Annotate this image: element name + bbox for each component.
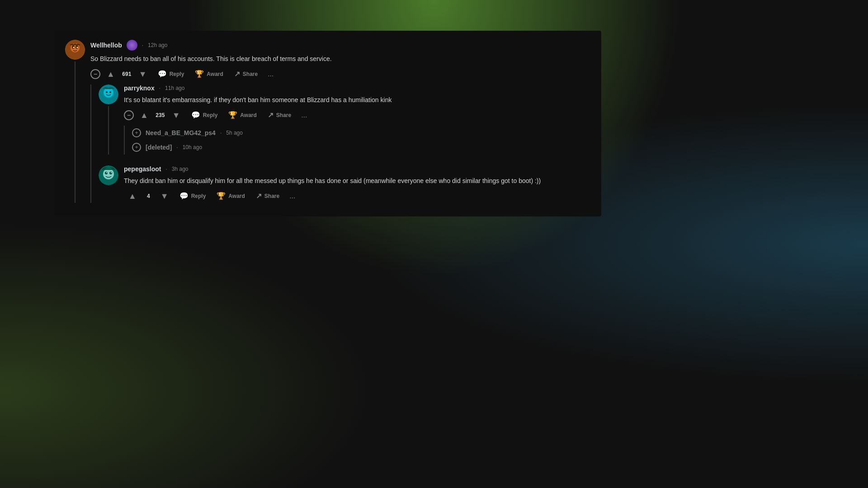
more-btn-pepegasloot[interactable]: ... [286, 189, 299, 203]
share-icon-pepegasloot: ↗ [256, 192, 262, 200]
reply-icon-wellhellob: 💬 [158, 70, 167, 78]
award-label-pepegasloot: Award [228, 193, 245, 199]
share-btn-pepegasloot[interactable]: ↗ Share [251, 190, 284, 202]
share-icon-parryknox: ↗ [268, 112, 274, 119]
reply-btn-wellhellob[interactable]: 💬 Reply [153, 68, 189, 80]
more-btn-parryknox[interactable]: ... [297, 108, 311, 122]
sub-left-pepegasloot [99, 165, 118, 203]
comment-section: Wellhellob · 12h ago So Blizzard needs t… [54, 31, 601, 216]
left-col-wellhellob [65, 40, 85, 203]
downvote-pepegasloot[interactable]: ▼ [156, 189, 173, 203]
svg-point-8 [104, 88, 113, 98]
svg-point-16 [111, 172, 112, 173]
collapse-btn-parryknox[interactable]: − [124, 110, 134, 120]
upvote-pepegasloot[interactable]: ▲ [124, 189, 141, 203]
content-wellhellob: Wellhellob · 12h ago So Blizzard needs t… [90, 40, 590, 203]
share-icon-wellhellob: ↗ [234, 70, 240, 78]
award-btn-wellhellob[interactable]: 🏆 Award [190, 68, 227, 80]
share-label-pepegasloot: Share [264, 193, 279, 199]
vote-count-parryknox: 235 [155, 112, 166, 118]
avatar-pepegasloot [99, 165, 118, 185]
actions-wellhellob: − ▲ 691 ▼ 💬 Reply [90, 67, 590, 81]
expand-btn-need[interactable]: + [132, 128, 141, 137]
username-need: Need_a_BE_MG42_ps4 [146, 129, 216, 136]
svg-point-5 [73, 47, 75, 48]
comment-header-wellhellob: Wellhellob · 12h ago [90, 40, 590, 51]
reply-label-wellhellob: Reply [170, 71, 184, 77]
thread-line-wellhellob [75, 61, 75, 203]
more-label-wellhellob: ... [268, 70, 274, 78]
share-btn-wellhellob[interactable]: ↗ Share [230, 68, 262, 80]
collapse-btn-wellhellob[interactable]: − [90, 69, 100, 79]
upvote-parryknox[interactable]: ▲ [136, 108, 153, 122]
actions-parryknox: − ▲ 235 ▼ 💬 Reply [124, 108, 590, 122]
time-need: 5h ago [226, 130, 243, 136]
username-parryknox: parryknox [124, 84, 155, 92]
downvote-arrow-wellhellob: ▼ [139, 70, 147, 78]
expand-btn-deleted[interactable]: + [132, 143, 141, 152]
sub-line-parryknox [108, 106, 109, 155]
collapsed-replies: + Need_a_BE_MG42_ps4 · 5h ago + [deleted… [124, 126, 590, 155]
time-pepegasloot: 3h ago [172, 166, 189, 172]
share-btn-parryknox[interactable]: ↗ Share [263, 109, 296, 122]
flair-badge-wellhellob [127, 40, 137, 51]
time-deleted: 10h ago [183, 144, 202, 150]
downvote-parryknox[interactable]: ▼ [168, 108, 185, 122]
svg-point-12 [103, 169, 114, 179]
share-label-wellhellob: Share [243, 71, 258, 77]
avatar-wellhellob [65, 40, 85, 60]
svg-point-13 [105, 172, 108, 174]
time-parryknox: 11h ago [165, 85, 184, 91]
vote-count-pepegasloot: 4 [143, 193, 154, 199]
reply-icon-parryknox: 💬 [191, 112, 200, 119]
award-label-wellhellob: Award [207, 71, 223, 77]
vote-count-wellhellob: 691 [121, 71, 132, 77]
collapsed-need: + Need_a_BE_MG42_ps4 · 5h ago [132, 126, 590, 140]
reply-label-parryknox: Reply [203, 112, 218, 118]
share-label-parryknox: Share [276, 112, 291, 118]
body-pepegasloot: They didnt ban him or disqualify him for… [124, 176, 590, 186]
upvote-arrow-wellhellob: ▲ [107, 70, 115, 78]
award-btn-pepegasloot[interactable]: 🏆 Award [212, 190, 249, 202]
svg-point-6 [77, 47, 78, 48]
header-pepegasloot: pepegasloot · 3h ago [124, 165, 590, 173]
award-btn-parryknox[interactable]: 🏆 Award [224, 109, 261, 122]
more-label-pepegasloot: ... [289, 192, 295, 200]
top-comment-wellhellob: Wellhellob · 12h ago So Blizzard needs t… [65, 40, 590, 203]
svg-point-15 [106, 172, 107, 173]
upvote-arrow-pepegasloot: ▲ [128, 192, 137, 200]
reply-btn-pepegasloot[interactable]: 💬 Reply [175, 190, 211, 202]
collapsed-deleted: + [deleted] · 10h ago [132, 140, 590, 155]
reply-btn-parryknox[interactable]: 💬 Reply [187, 109, 222, 122]
avatar-parryknox [99, 84, 118, 104]
header-parryknox: parryknox · 11h ago [124, 84, 590, 92]
actions-pepegasloot: ▲ 4 ▼ 💬 Reply [124, 189, 590, 203]
spacer-1 [99, 155, 590, 162]
downvote-wellhellob[interactable]: ▼ [134, 67, 151, 81]
body-wellhellob: So Blizzard needs to ban all of his acco… [90, 54, 590, 64]
username-pepegasloot: pepegasloot [124, 165, 161, 173]
downvote-arrow-parryknox: ▼ [172, 111, 180, 119]
username-wellhellob: Wellhellob [90, 42, 122, 49]
thread: Wellhellob · 12h ago So Blizzard needs t… [65, 40, 590, 203]
more-btn-wellhellob[interactable]: ... [264, 67, 277, 81]
content-parryknox: parryknox · 11h ago It's so blatant it's… [124, 84, 590, 155]
comment-pepegasloot: pepegasloot · 3h ago They didnt ban him … [99, 165, 590, 203]
time-wellhellob: 12h ago [148, 42, 167, 48]
svg-point-14 [109, 172, 112, 174]
downvote-arrow-pepegasloot: ▼ [160, 192, 169, 200]
sub-left-parryknox [99, 84, 118, 155]
upvote-wellhellob[interactable]: ▲ [102, 67, 119, 81]
content-pepegasloot: pepegasloot · 3h ago They didnt ban him … [124, 165, 590, 203]
more-label-parryknox: ... [301, 111, 307, 119]
upvote-arrow-parryknox: ▲ [140, 111, 148, 119]
svg-point-9 [106, 91, 108, 93]
body-parryknox: It's so blatant it's embarrassing. if th… [124, 95, 590, 105]
award-label-parryknox: Award [240, 112, 256, 118]
dot-sep-1: · [142, 42, 143, 48]
username-deleted: [deleted] [146, 144, 172, 151]
reply-label-pepegasloot: Reply [191, 193, 206, 199]
comment-parryknox: parryknox · 11h ago It's so blatant it's… [99, 84, 590, 155]
sub-thread-parryknox: parryknox · 11h ago It's so blatant it's… [90, 84, 590, 203]
reply-icon-pepegasloot: 💬 [179, 192, 189, 200]
